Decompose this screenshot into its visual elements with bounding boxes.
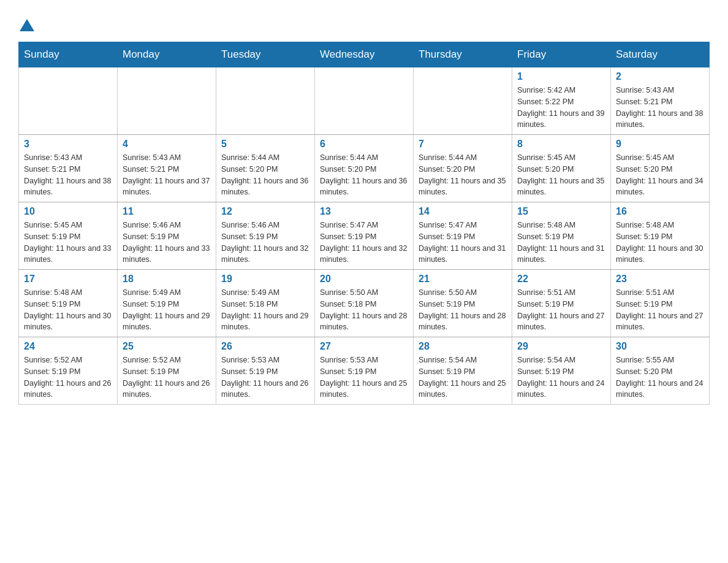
calendar-cell: 23Sunrise: 5:51 AMSunset: 5:19 PMDayligh… [611,270,710,337]
day-info: Sunrise: 5:45 AMSunset: 5:19 PMDaylight:… [24,220,112,266]
day-info: Sunrise: 5:52 AMSunset: 5:19 PMDaylight:… [123,354,211,400]
calendar-cell: 17Sunrise: 5:48 AMSunset: 5:19 PMDayligh… [19,270,118,337]
day-info: Sunrise: 5:44 AMSunset: 5:20 PMDaylight:… [221,152,309,198]
calendar-header-monday: Monday [118,42,216,67]
day-info: Sunrise: 5:54 AMSunset: 5:19 PMDaylight:… [419,354,507,400]
day-number: 6 [320,139,408,150]
calendar-cell: 19Sunrise: 5:49 AMSunset: 5:18 PMDayligh… [216,270,315,337]
calendar-cell: 5Sunrise: 5:44 AMSunset: 5:20 PMDaylight… [216,135,315,202]
day-info: Sunrise: 5:48 AMSunset: 5:19 PMDaylight:… [24,287,112,333]
calendar-cell: 21Sunrise: 5:50 AMSunset: 5:19 PMDayligh… [414,270,512,337]
calendar-cell: 1Sunrise: 5:42 AMSunset: 5:22 PMDaylight… [512,67,611,135]
day-info: Sunrise: 5:43 AMSunset: 5:21 PMDaylight:… [616,85,704,131]
day-number: 11 [123,206,211,217]
day-number: 23 [616,274,704,285]
day-info: Sunrise: 5:55 AMSunset: 5:20 PMDaylight:… [616,354,704,400]
day-number: 17 [24,274,112,285]
day-info: Sunrise: 5:51 AMSunset: 5:19 PMDaylight:… [616,287,704,333]
calendar-cell: 30Sunrise: 5:55 AMSunset: 5:20 PMDayligh… [611,337,710,405]
day-number: 5 [221,139,309,150]
calendar-week-row: 10Sunrise: 5:45 AMSunset: 5:19 PMDayligh… [19,202,710,270]
day-number: 18 [123,274,211,285]
day-number: 3 [24,139,112,150]
calendar-week-row: 1Sunrise: 5:42 AMSunset: 5:22 PMDaylight… [19,67,710,135]
calendar-cell [414,67,512,135]
calendar-header-friday: Friday [512,42,611,67]
day-info: Sunrise: 5:43 AMSunset: 5:21 PMDaylight:… [24,152,112,198]
day-number: 14 [419,206,507,217]
calendar-cell: 13Sunrise: 5:47 AMSunset: 5:19 PMDayligh… [315,202,414,270]
calendar-header-wednesday: Wednesday [315,42,414,67]
day-info: Sunrise: 5:44 AMSunset: 5:20 PMDaylight:… [320,152,408,198]
day-number: 22 [517,274,605,285]
day-info: Sunrise: 5:45 AMSunset: 5:20 PMDaylight:… [517,152,605,198]
day-number: 25 [123,341,211,352]
calendar-cell: 24Sunrise: 5:52 AMSunset: 5:19 PMDayligh… [19,337,118,405]
page-header [18,12,710,29]
day-info: Sunrise: 5:44 AMSunset: 5:20 PMDaylight:… [419,152,507,198]
day-number: 16 [616,206,704,217]
day-info: Sunrise: 5:43 AMSunset: 5:21 PMDaylight:… [123,152,211,198]
day-number: 12 [221,206,309,217]
day-info: Sunrise: 5:49 AMSunset: 5:18 PMDaylight:… [221,287,309,333]
calendar-cell: 3Sunrise: 5:43 AMSunset: 5:21 PMDaylight… [19,135,118,202]
calendar-week-row: 3Sunrise: 5:43 AMSunset: 5:21 PMDaylight… [19,135,710,202]
calendar-cell: 15Sunrise: 5:48 AMSunset: 5:19 PMDayligh… [512,202,611,270]
day-number: 26 [221,341,309,352]
day-info: Sunrise: 5:51 AMSunset: 5:19 PMDaylight:… [517,287,605,333]
calendar-cell: 11Sunrise: 5:46 AMSunset: 5:19 PMDayligh… [118,202,216,270]
calendar-cell: 29Sunrise: 5:54 AMSunset: 5:19 PMDayligh… [512,337,611,405]
day-info: Sunrise: 5:50 AMSunset: 5:19 PMDaylight:… [419,287,507,333]
calendar-cell [19,67,118,135]
calendar-cell [216,67,315,135]
day-number: 19 [221,274,309,285]
calendar-cell: 7Sunrise: 5:44 AMSunset: 5:20 PMDaylight… [414,135,512,202]
calendar-header-tuesday: Tuesday [216,42,315,67]
calendar-cell: 4Sunrise: 5:43 AMSunset: 5:21 PMDaylight… [118,135,216,202]
calendar-table: SundayMondayTuesdayWednesdayThursdayFrid… [18,42,710,405]
calendar-cell: 26Sunrise: 5:53 AMSunset: 5:19 PMDayligh… [216,337,315,405]
day-info: Sunrise: 5:52 AMSunset: 5:19 PMDaylight:… [24,354,112,400]
day-info: Sunrise: 5:42 AMSunset: 5:22 PMDaylight:… [517,85,605,131]
day-info: Sunrise: 5:54 AMSunset: 5:19 PMDaylight:… [517,354,605,400]
calendar-cell: 27Sunrise: 5:53 AMSunset: 5:19 PMDayligh… [315,337,414,405]
day-info: Sunrise: 5:48 AMSunset: 5:19 PMDaylight:… [517,220,605,266]
day-info: Sunrise: 5:47 AMSunset: 5:19 PMDaylight:… [419,220,507,266]
logo-triangle-icon [20,19,34,31]
day-info: Sunrise: 5:53 AMSunset: 5:19 PMDaylight:… [320,354,408,400]
calendar-cell: 22Sunrise: 5:51 AMSunset: 5:19 PMDayligh… [512,270,611,337]
calendar-cell: 6Sunrise: 5:44 AMSunset: 5:20 PMDaylight… [315,135,414,202]
calendar-cell: 25Sunrise: 5:52 AMSunset: 5:19 PMDayligh… [118,337,216,405]
calendar-cell [118,67,216,135]
day-number: 24 [24,341,112,352]
day-number: 29 [517,341,605,352]
day-info: Sunrise: 5:53 AMSunset: 5:19 PMDaylight:… [221,354,309,400]
day-number: 1 [517,71,605,82]
day-info: Sunrise: 5:45 AMSunset: 5:20 PMDaylight:… [616,152,704,198]
day-info: Sunrise: 5:46 AMSunset: 5:19 PMDaylight:… [123,220,211,266]
logo [18,12,34,29]
day-number: 9 [616,139,704,150]
day-info: Sunrise: 5:47 AMSunset: 5:19 PMDaylight:… [320,220,408,266]
calendar-week-row: 24Sunrise: 5:52 AMSunset: 5:19 PMDayligh… [19,337,710,405]
day-info: Sunrise: 5:46 AMSunset: 5:19 PMDaylight:… [221,220,309,266]
calendar-header-saturday: Saturday [611,42,710,67]
day-number: 21 [419,274,507,285]
day-number: 28 [419,341,507,352]
day-number: 15 [517,206,605,217]
calendar-header-thursday: Thursday [414,42,512,67]
day-info: Sunrise: 5:50 AMSunset: 5:18 PMDaylight:… [320,287,408,333]
day-number: 7 [419,139,507,150]
day-number: 8 [517,139,605,150]
calendar-header-sunday: Sunday [19,42,118,67]
day-number: 27 [320,341,408,352]
calendar-cell: 16Sunrise: 5:48 AMSunset: 5:19 PMDayligh… [611,202,710,270]
day-number: 4 [123,139,211,150]
calendar-cell [315,67,414,135]
calendar-header-row: SundayMondayTuesdayWednesdayThursdayFrid… [19,42,710,67]
day-number: 2 [616,71,704,82]
calendar-cell: 18Sunrise: 5:49 AMSunset: 5:19 PMDayligh… [118,270,216,337]
day-number: 20 [320,274,408,285]
day-info: Sunrise: 5:49 AMSunset: 5:19 PMDaylight:… [123,287,211,333]
calendar-week-row: 17Sunrise: 5:48 AMSunset: 5:19 PMDayligh… [19,270,710,337]
